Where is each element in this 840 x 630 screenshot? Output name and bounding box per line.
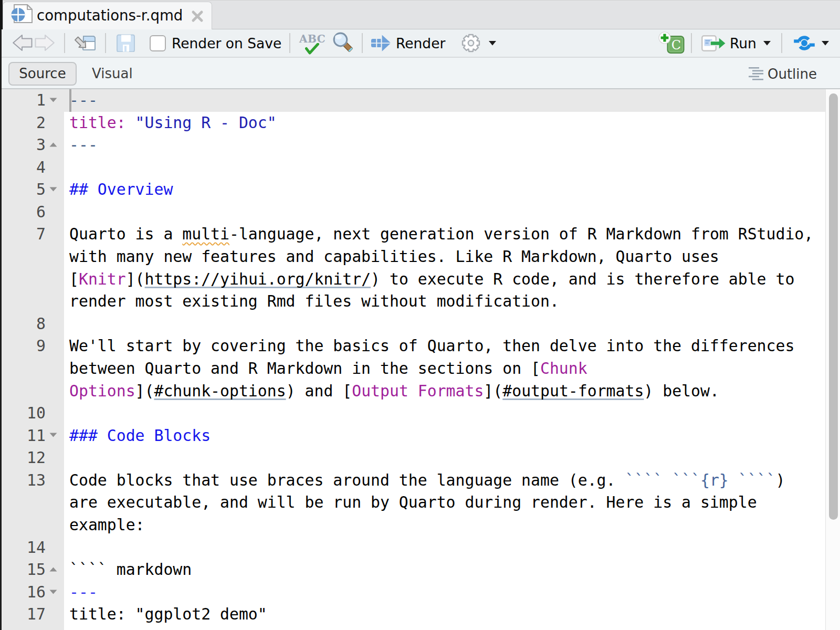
editor-row[interactable]: with many new features and capabilities.…: [0, 246, 840, 268]
tab-visual[interactable]: Visual: [92, 62, 133, 86]
line-number: 15: [0, 559, 46, 581]
rerun-button[interactable]: [792, 29, 816, 57]
editor-row[interactable]: 6: [0, 201, 840, 224]
fold-up-icon[interactable]: [49, 142, 57, 147]
forward-button[interactable]: [35, 29, 55, 57]
code-segment-lk: Chunk: [540, 359, 587, 377]
line-number: [0, 268, 46, 291]
code-line[interactable]: ### Code Blocks: [64, 425, 825, 447]
code-line[interactable]: ---: [64, 134, 825, 156]
run-label-item[interactable]: Run: [730, 29, 757, 57]
scrollbar-thumb[interactable]: [829, 93, 838, 520]
editor-row[interactable]: 1 ---: [0, 89, 840, 112]
code-segment-p: [: [69, 270, 79, 288]
editor-row[interactable]: between Quarto and R Markdown in the sec…: [0, 358, 840, 380]
code-segment-lk: Options: [69, 382, 135, 400]
fold-column: [46, 201, 64, 224]
code-line[interactable]: title: "ggplot2 demo": [64, 603, 825, 626]
code-line[interactable]: We'll start by covering the basics of Qu…: [64, 335, 825, 358]
editor-row[interactable]: 17 title: "ggplot2 demo": [0, 603, 840, 626]
code-line[interactable]: [64, 201, 825, 224]
tab-title: computations-r.qmd: [37, 2, 183, 29]
code-line[interactable]: render most existing Rmd files without m…: [64, 290, 825, 313]
forward-icon: [35, 35, 55, 51]
fold-down-icon[interactable]: [49, 187, 57, 192]
render-button[interactable]: [370, 29, 392, 57]
code-line[interactable]: ## Overview: [64, 178, 825, 201]
code-line[interactable]: example:: [64, 514, 825, 537]
render-options-button[interactable]: [461, 29, 480, 57]
editor-row[interactable]: 7 Quarto is a multi-language, next gener…: [0, 223, 840, 246]
run-button[interactable]: [701, 29, 727, 57]
editor-row[interactable]: 15 ```` markdown: [0, 559, 840, 581]
editor-row[interactable]: 3 ---: [0, 134, 840, 156]
run-dropdown[interactable]: [763, 29, 771, 57]
code-line[interactable]: Options](#chunk-options) and [Output For…: [64, 380, 825, 403]
search-icon: [331, 32, 358, 55]
editor-row[interactable]: 11 ### Code Blocks: [0, 425, 840, 447]
fold-column: [46, 603, 64, 626]
editor-row[interactable]: 2 title: "Using R - Doc": [0, 112, 840, 134]
render-options-dropdown[interactable]: [489, 29, 496, 57]
editor-row[interactable]: [Knitr](https://yihui.org/knitr/) to exe…: [0, 268, 840, 291]
code-segment-hr: ---: [69, 583, 98, 601]
editor-row[interactable]: 8: [0, 313, 840, 335]
line-number: [0, 290, 46, 313]
editor-row[interactable]: 5 ## Overview: [0, 178, 840, 201]
code-line[interactable]: ```` markdown: [64, 559, 825, 581]
find-button[interactable]: [331, 29, 358, 57]
editor-row[interactable]: 16 ---: [0, 581, 840, 604]
fold-down-icon[interactable]: [49, 98, 57, 102]
code-editor[interactable]: 1 --- 2 title: "Using R - Doc" 3 --- 4 5…: [0, 89, 840, 630]
code-segment-yaml: ---: [69, 91, 98, 109]
code-line[interactable]: title: "Using R - Doc": [64, 112, 825, 134]
editor-row[interactable]: 4: [0, 156, 840, 179]
tab-computations-r[interactable]: computations-r.qmd: [3, 2, 212, 30]
code-line[interactable]: ---: [64, 89, 825, 112]
vertical-scrollbar[interactable]: [825, 89, 840, 630]
code-line[interactable]: [64, 447, 825, 469]
editor-row[interactable]: 10: [0, 402, 840, 425]
run-icon: [701, 35, 727, 51]
code-line[interactable]: Quarto is a multi-language, next generat…: [64, 223, 825, 246]
code-line[interactable]: [64, 313, 825, 335]
save-button[interactable]: [117, 29, 136, 57]
code-line[interactable]: [64, 156, 825, 179]
tab-source[interactable]: Source: [8, 62, 77, 86]
code-segment-p: title: "ggplot2 demo": [69, 605, 267, 623]
editor-row[interactable]: 12: [0, 447, 840, 469]
code-line[interactable]: Code blocks that use braces around the l…: [64, 469, 825, 492]
code-line[interactable]: [64, 537, 825, 559]
render-on-save-checkbox[interactable]: [150, 29, 166, 57]
code-segment-h: ## Overview: [69, 180, 173, 198]
code-line[interactable]: ---: [64, 581, 825, 604]
outline-toggle[interactable]: Outline: [749, 62, 817, 86]
popout-button[interactable]: [75, 29, 97, 57]
rerun-dropdown[interactable]: [822, 29, 829, 57]
fold-column: [46, 514, 64, 537]
fold-down-icon[interactable]: [49, 433, 57, 437]
line-number: [0, 246, 46, 268]
code-line[interactable]: [64, 402, 825, 425]
editor-row[interactable]: 13 Code blocks that use braces around th…: [0, 469, 840, 492]
code-line[interactable]: [Knitr](https://yihui.org/knitr/) to exe…: [64, 268, 825, 291]
back-button[interactable]: [13, 29, 33, 57]
checkbox-box[interactable]: [150, 35, 166, 51]
editor-row[interactable]: are executable, and will be run by Quart…: [0, 491, 840, 514]
insert-chunk-button[interactable]: C: [658, 29, 685, 57]
code-line[interactable]: are executable, and will be run by Quart…: [64, 491, 825, 514]
code-line[interactable]: between Quarto and R Markdown in the sec…: [64, 358, 825, 380]
line-number: [0, 514, 46, 537]
spellcheck-button[interactable]: ABC: [298, 29, 324, 57]
editor-row[interactable]: Options](#chunk-options) and [Output For…: [0, 380, 840, 403]
render-label-item[interactable]: Render: [396, 29, 445, 57]
fold-down-icon[interactable]: [49, 590, 57, 594]
fold-column: [46, 447, 64, 469]
tab-close-icon[interactable]: [191, 9, 204, 23]
fold-up-icon[interactable]: [49, 567, 57, 572]
editor-row[interactable]: example:: [0, 514, 840, 537]
editor-row[interactable]: render most existing Rmd files without m…: [0, 290, 840, 313]
editor-row[interactable]: 9 We'll start by covering the basics of …: [0, 335, 840, 358]
code-line[interactable]: with many new features and capabilities.…: [64, 246, 825, 268]
editor-row[interactable]: 14: [0, 537, 840, 559]
